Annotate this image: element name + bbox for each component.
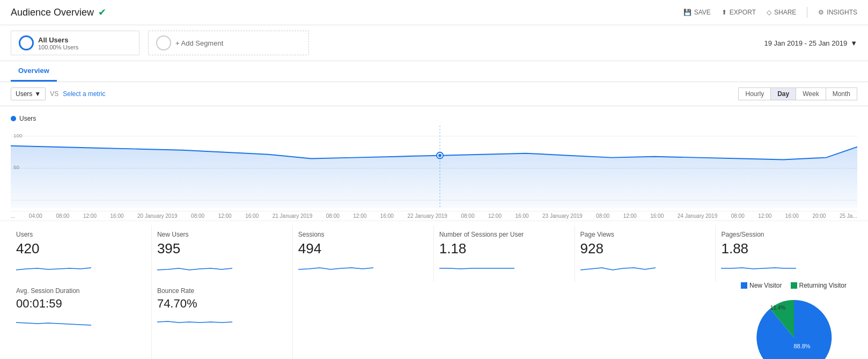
chart-container: 100 50 (11, 126, 857, 211)
metric-avg-session-duration-value: 00:01:59 (16, 297, 146, 311)
chart-controls: Users ▼ VS Select a metric Hourly Day We… (0, 82, 868, 106)
page-title: Audience Overview (11, 7, 94, 18)
metrics-top-row: Users 420 New Users 395 Sessions 494 (0, 221, 868, 282)
metric-pages-per-session-sparkline (721, 260, 851, 276)
metric-bounce-rate[interactable]: Bounce Rate 74.70% (152, 282, 293, 359)
segment-circle (19, 35, 34, 50)
date-range-text: 19 Jan 2019 - 25 Jan 2019 (764, 39, 847, 47)
share-button[interactable]: ◇ SHARE (767, 9, 796, 16)
save-button[interactable]: 💾 SAVE (683, 9, 711, 16)
share-label: SHARE (774, 9, 796, 16)
add-segment-button[interactable]: + Add Segment (148, 31, 309, 55)
metric-page-views-value: 928 (580, 240, 710, 257)
legend-new-visitor: New Visitor (741, 282, 782, 289)
insights-label: INSIGHTS (827, 9, 857, 16)
metric-bounce-rate-sparkline (157, 314, 287, 330)
chart-area: Users 100 50 (0, 106, 868, 221)
time-buttons: Hourly Day Week Month (738, 87, 857, 100)
new-visitor-label: New Visitor (749, 282, 782, 289)
add-segment-circle (156, 35, 171, 50)
metric-users-sparkline (16, 260, 146, 276)
returning-visitor-color (791, 282, 797, 289)
metric-page-views-sparkline (580, 260, 710, 276)
metric-sessions[interactable]: Sessions 494 (293, 225, 434, 282)
segment-name: All Users (38, 36, 78, 44)
divider (807, 7, 807, 18)
page-header: Audience Overview ✔ 💾 SAVE ⬆ EXPORT ◇ SH… (0, 0, 868, 25)
metric-selector: Users ▼ VS Select a metric (11, 87, 106, 100)
metric-dropdown-value: Users (16, 90, 32, 98)
header-actions: 💾 SAVE ⬆ EXPORT ◇ SHARE ⚙ INSIGHTS (683, 7, 857, 18)
metric-sessions-value: 494 (298, 240, 428, 257)
metric-users-value: 420 (16, 240, 146, 257)
svg-text:100: 100 (13, 133, 23, 138)
pie-chart: 88.8% 11.4% (751, 295, 837, 359)
segment-info: All Users 100.00% Users (38, 36, 78, 50)
metric-users[interactable]: Users 420 (11, 225, 152, 282)
legend-dot (11, 116, 16, 121)
metric-avg-session-duration[interactable]: Avg. Session Duration 00:01:59 (11, 282, 152, 359)
returning-visitor-label: Returning Visitor (799, 282, 847, 289)
metric-new-users[interactable]: New Users 395 (152, 225, 293, 282)
header-left: Audience Overview ✔ (11, 6, 106, 18)
metric-pages-per-session[interactable]: Pages/Session 1.88 (716, 225, 857, 282)
metric-avg-session-duration-sparkline (16, 314, 146, 330)
export-label: EXPORT (730, 9, 756, 16)
metric-pages-per-session-value: 1.88 (721, 240, 851, 257)
share-icon: ◇ (767, 9, 771, 16)
save-label: SAVE (694, 9, 711, 16)
metric-sessions-per-user-label: Number of Sessions per User (439, 231, 569, 238)
metrics-bottom-row: Avg. Session Duration 00:01:59 Bounce Ra… (0, 282, 868, 359)
tab-overview[interactable]: Overview (11, 61, 57, 82)
metric-bounce-rate-label: Bounce Rate (157, 287, 287, 295)
chart-svg: 100 50 (11, 126, 857, 211)
date-range-picker[interactable]: 19 Jan 2019 - 25 Jan 2019 ▼ (764, 39, 857, 47)
chevron-down-icon: ▼ (850, 39, 857, 47)
svg-text:88.8%: 88.8% (793, 343, 810, 349)
add-segment-label: + Add Segment (175, 39, 223, 47)
month-button[interactable]: Month (826, 87, 857, 100)
export-icon: ⬆ (722, 9, 727, 16)
week-button[interactable]: Week (796, 87, 825, 100)
metric-sessions-per-user-value: 1.18 (439, 240, 569, 257)
tabs-bar: Overview (0, 61, 868, 82)
metric-new-users-label: New Users (157, 231, 287, 238)
pie-segment-new-visitor (756, 300, 832, 359)
save-icon: 💾 (683, 9, 692, 16)
metric-avg-session-duration-label: Avg. Session Duration (16, 287, 146, 295)
day-button[interactable]: Day (770, 87, 796, 100)
metric-sessions-sparkline (298, 260, 428, 276)
insights-icon: ⚙ (818, 9, 824, 16)
chart-x-labels: ... 04:00 08:00 12:00 16:00 20 January 2… (11, 211, 857, 221)
hourly-button[interactable]: Hourly (738, 87, 770, 100)
segment-all-users[interactable]: All Users 100.00% Users (11, 31, 139, 55)
metric-dropdown[interactable]: Users ▼ (11, 87, 46, 100)
svg-text:11.4%: 11.4% (770, 305, 785, 311)
chart-legend: Users (11, 112, 857, 126)
metric-sessions-per-user-sparkline (439, 260, 569, 276)
export-button[interactable]: ⬆ EXPORT (722, 9, 756, 16)
metric-sessions-per-user[interactable]: Number of Sessions per User 1.18 (434, 225, 575, 282)
select-metric-button[interactable]: Select a metric (63, 90, 105, 98)
metric-sessions-label: Sessions (298, 231, 428, 238)
metric-users-label: Users (16, 231, 146, 238)
new-visitor-color (741, 282, 747, 289)
metric-page-views[interactable]: Page Views 928 (575, 225, 716, 282)
segments-bar: All Users 100.00% Users + Add Segment 19… (0, 25, 868, 61)
metric-page-views-label: Page Views (580, 231, 710, 238)
insights-button[interactable]: ⚙ INSIGHTS (818, 9, 857, 16)
segment-sub: 100.00% Users (38, 44, 78, 50)
metrics-section: Users 420 New Users 395 Sessions 494 (0, 221, 868, 359)
chevron-down-icon: ▼ (34, 90, 41, 98)
pie-section: New Visitor Returning Visitor 88.8% (730, 282, 857, 359)
metric-pages-per-session-label: Pages/Session (721, 231, 851, 238)
legend-label: Users (19, 115, 36, 122)
verified-icon: ✔ (98, 6, 106, 18)
metric-new-users-value: 395 (157, 240, 287, 257)
pie-svg: 88.8% 11.4% (751, 295, 837, 359)
vs-label: VS (50, 90, 58, 98)
metric-bounce-rate-value: 74.70% (157, 297, 287, 311)
metric-new-users-sparkline (157, 260, 287, 276)
pie-legend: New Visitor Returning Visitor (741, 282, 847, 289)
legend-returning-visitor: Returning Visitor (791, 282, 847, 289)
